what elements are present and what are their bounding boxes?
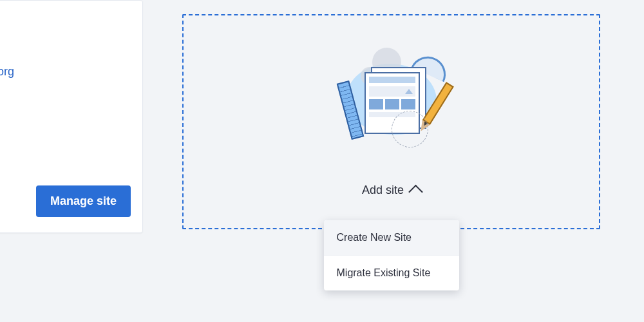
menu-item-create-new-site[interactable]: Create New Site	[324, 220, 459, 256]
add-site-panel[interactable]: Add site Create New Site Migrate Existin…	[182, 14, 600, 229]
chevron-up-icon	[408, 185, 423, 200]
add-site-label: Add site	[362, 184, 404, 197]
manage-site-button[interactable]: Manage site	[36, 185, 131, 217]
add-site-dropdown: Create New Site Migrate Existing Site	[324, 220, 459, 290]
website-builder-illustration	[327, 41, 456, 151]
site-domain-link[interactable]: g.org	[0, 65, 14, 79]
menu-item-migrate-existing-site[interactable]: Migrate Existing Site	[324, 256, 459, 290]
add-site-trigger[interactable]: Add site	[362, 183, 421, 197]
site-card: g.org Manage site	[0, 0, 143, 233]
